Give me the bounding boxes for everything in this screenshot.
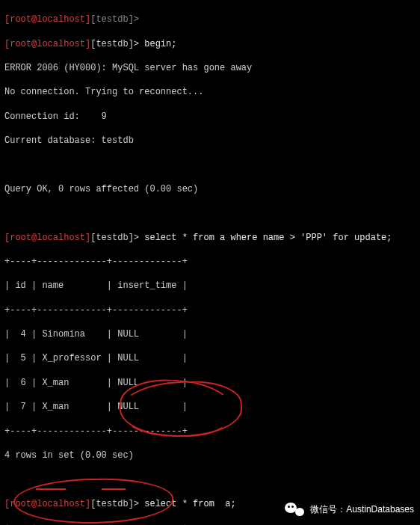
prompt-db: [testdb]> — [90, 39, 139, 49]
prompt-host: [root@localhost] — [4, 233, 90, 243]
reconnect-line: No connection. Trying to reconnect... — [4, 86, 416, 98]
prompt-host: [root@localhost] — [4, 14, 90, 25]
table-sep: +----+-------------+-------------+ — [4, 256, 416, 268]
wechat-icon — [285, 501, 304, 518]
cmd-begin: begin; — [144, 39, 176, 49]
prompt-host: [root@localhost] — [4, 39, 90, 49]
prompt-host: [root@localhost] — [4, 499, 90, 509]
cmd-select-all: select * from a; — [144, 499, 235, 509]
watermark: 微信号：AustinDatabases — [285, 501, 414, 518]
prompt-db: [testdb]> — [90, 499, 139, 509]
watermark-label: 微信号：AustinDatabases — [310, 503, 414, 515]
table-row: | 6 | X_man | NULL | — [4, 377, 416, 389]
table-sep: +----+-------------+-------------+ — [4, 304, 416, 316]
prompt-db: [testdb]> — [90, 233, 139, 243]
error-line: ERROR 2006 (HY000): MySQL server has gon… — [4, 62, 416, 74]
current-db-line: Current database: testdb — [4, 135, 416, 147]
table-row: | 4 | Sinomina | NULL | — [4, 328, 416, 340]
table-sep: +----+-------------+-------------+ — [4, 426, 416, 438]
table-row: | 7 | X_man | NULL | — [4, 401, 416, 413]
table-sep: +----+-------------+-------------+ — [4, 522, 416, 525]
query-ok-line: Query OK, 0 rows affected (0.00 sec) — [4, 183, 416, 195]
table-row: | 5 | X_professor | NULL | — [4, 352, 416, 364]
rows-in-set: 4 rows in set (0.00 sec) — [4, 449, 416, 461]
conn-id-line: Connection id: 9 — [4, 111, 416, 123]
terminal-output: [root@localhost][testdb]> [root@localhos… — [0, 0, 420, 525]
cmd-select-update: select * from a where name > 'PPP' for u… — [144, 233, 392, 243]
table-header: | id | name | insert_time | — [4, 280, 416, 292]
prompt-db: [testdb]> — [90, 14, 139, 25]
